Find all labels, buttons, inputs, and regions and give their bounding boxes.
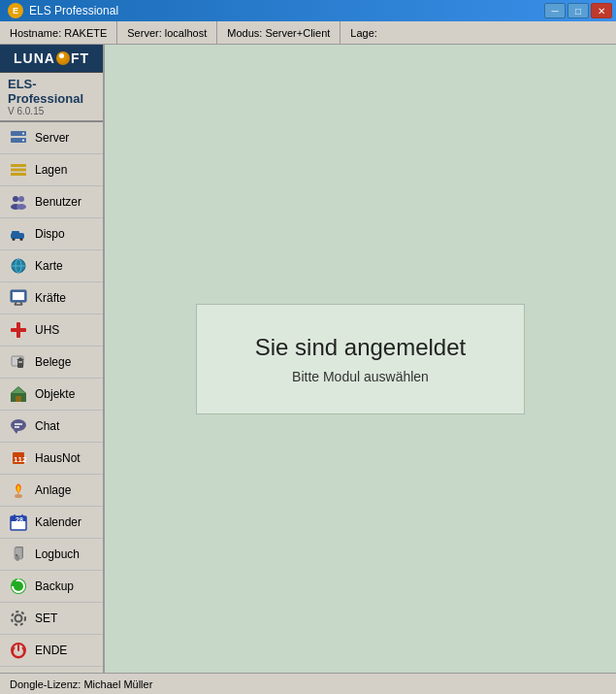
kraefte-label: Kräfte bbox=[35, 291, 66, 305]
belege-label: Belege bbox=[35, 355, 71, 369]
sidebar-item-karte[interactable]: Karte bbox=[0, 250, 103, 282]
hostname-label: Hostname: bbox=[10, 27, 61, 39]
dongle-label: Dongle-Lizenz: bbox=[10, 678, 81, 690]
ende-label: ENDE bbox=[35, 644, 67, 657]
set-label: SET bbox=[35, 611, 57, 625]
sidebar-item-benutzer[interactable]: Benutzer bbox=[0, 186, 103, 218]
svg-point-37 bbox=[15, 494, 22, 498]
app-info: ELS-Professional V 6.0.15 bbox=[0, 73, 103, 122]
svg-rect-4 bbox=[11, 164, 26, 167]
logbuch-icon bbox=[8, 544, 29, 565]
sidebar-item-chat[interactable]: Chat bbox=[0, 411, 103, 443]
sidebar-item-backup[interactable]: Backup bbox=[0, 571, 103, 603]
minimize-button[interactable]: ─ bbox=[544, 3, 566, 18]
set-icon bbox=[8, 608, 29, 629]
sidebar-item-belege[interactable]: Belege bbox=[0, 347, 103, 379]
chat-label: Chat bbox=[35, 419, 59, 433]
server-segment: Server: localhost bbox=[117, 21, 217, 44]
sidebar-item-kraefte[interactable]: Kräfte bbox=[0, 282, 103, 314]
welcome-sub: Bitte Modul auswählen bbox=[255, 369, 466, 384]
app-icon: E bbox=[8, 3, 23, 18]
close-button[interactable]: ✕ bbox=[591, 3, 612, 18]
lage-label: Lage: bbox=[350, 27, 377, 39]
svg-rect-24 bbox=[11, 328, 26, 332]
nav-items: Server Lagen bbox=[0, 122, 103, 673]
server-label: Server: bbox=[127, 27, 161, 39]
sidebar-item-server[interactable]: Server bbox=[0, 122, 103, 154]
window-title: ELS Professional bbox=[29, 4, 118, 17]
main-layout: LUNA FT ELS-Professional V 6.0.15 bbox=[0, 45, 616, 673]
server-icon bbox=[8, 127, 29, 149]
sidebar-item-set[interactable]: SET bbox=[0, 603, 103, 635]
server-label: Server bbox=[35, 131, 69, 145]
hostname-value: RAKETE bbox=[64, 27, 107, 39]
lagen-label: Lagen bbox=[35, 163, 67, 177]
logo-area: LUNA FT bbox=[0, 45, 103, 73]
svg-rect-29 bbox=[16, 396, 21, 402]
maximize-button[interactable]: □ bbox=[567, 3, 589, 18]
kalender-label: Kalender bbox=[35, 515, 81, 529]
welcome-title: Sie sind angemeldet bbox=[255, 334, 466, 361]
svg-point-2 bbox=[22, 133, 24, 135]
svg-marker-32 bbox=[14, 430, 18, 434]
backup-label: Backup bbox=[35, 579, 74, 593]
svg-point-31 bbox=[11, 419, 26, 431]
belege-icon bbox=[8, 351, 29, 373]
title-bar-left: E ELS Professional bbox=[8, 3, 118, 18]
chat-icon bbox=[8, 415, 29, 437]
dispo-label: Dispo bbox=[35, 227, 65, 241]
svg-point-8 bbox=[18, 196, 24, 202]
sidebar-item-dispo[interactable]: Dispo bbox=[0, 218, 103, 250]
backup-icon bbox=[8, 576, 29, 597]
anlage-label: Anlage bbox=[35, 483, 71, 497]
svg-point-13 bbox=[13, 238, 16, 241]
uhs-icon bbox=[8, 319, 29, 341]
app-name: ELS-Professional bbox=[8, 77, 95, 106]
svg-rect-19 bbox=[13, 292, 24, 300]
dispo-icon bbox=[8, 223, 29, 245]
svg-rect-26 bbox=[17, 360, 23, 368]
anlage-icon bbox=[8, 479, 29, 501]
welcome-box: Sie sind angemeldet Bitte Modul auswähle… bbox=[196, 304, 525, 414]
sidebar-item-ende[interactable]: ENDE bbox=[0, 635, 103, 667]
content-area: Sie sind angemeldet Bitte Modul auswähle… bbox=[105, 45, 616, 673]
info-bar: Hostname: RAKETE Server: localhost Modus… bbox=[0, 21, 616, 45]
sidebar-item-lagen[interactable]: Lagen bbox=[0, 154, 103, 186]
svg-point-3 bbox=[22, 140, 24, 142]
modus-value: Server+Client bbox=[265, 27, 330, 39]
svg-rect-47 bbox=[16, 554, 17, 556]
svg-rect-5 bbox=[11, 169, 26, 172]
modus-label: Modus: bbox=[227, 27, 262, 39]
sidebar: LUNA FT ELS-Professional V 6.0.15 bbox=[0, 45, 105, 673]
logbuch-label: Logbuch bbox=[35, 547, 80, 561]
status-bar: Dongle-Lizenz: Michael Müller bbox=[0, 673, 616, 694]
lunasoft-logo: LUNA FT bbox=[14, 50, 89, 66]
luna-dot-icon bbox=[56, 51, 70, 65]
luna-text: LUNA bbox=[14, 50, 55, 66]
sidebar-item-hausnot[interactable]: 112 HausNot bbox=[0, 443, 103, 475]
svg-marker-30 bbox=[12, 387, 25, 393]
sidebar-item-kalender[interactable]: 28 Kalender bbox=[0, 507, 103, 539]
uhs-label: UHS bbox=[35, 323, 59, 337]
svg-point-10 bbox=[16, 204, 26, 210]
ende-icon bbox=[8, 640, 29, 661]
svg-point-51 bbox=[12, 611, 25, 625]
lagen-icon bbox=[8, 159, 29, 181]
title-bar: E ELS Professional ─ □ ✕ bbox=[0, 0, 616, 21]
svg-text:112: 112 bbox=[14, 455, 27, 464]
svg-point-50 bbox=[16, 615, 22, 622]
objekte-label: Objekte bbox=[35, 387, 75, 401]
server-value: localhost bbox=[165, 27, 207, 39]
sidebar-item-anlage[interactable]: Anlage bbox=[0, 475, 103, 507]
svg-rect-6 bbox=[11, 173, 26, 176]
hostname-segment: Hostname: RAKETE bbox=[0, 21, 117, 44]
app-version: V 6.0.15 bbox=[8, 106, 95, 116]
objekte-icon bbox=[8, 383, 29, 405]
modus-segment: Modus: Server+Client bbox=[217, 21, 340, 44]
sidebar-item-objekte[interactable]: Objekte bbox=[0, 379, 103, 411]
benutzer-label: Benutzer bbox=[35, 195, 81, 209]
karte-label: Karte bbox=[35, 259, 63, 273]
sidebar-item-logbuch[interactable]: Logbuch bbox=[0, 539, 103, 571]
sidebar-item-uhs[interactable]: UHS bbox=[0, 314, 103, 347]
svg-text:28: 28 bbox=[16, 516, 23, 523]
